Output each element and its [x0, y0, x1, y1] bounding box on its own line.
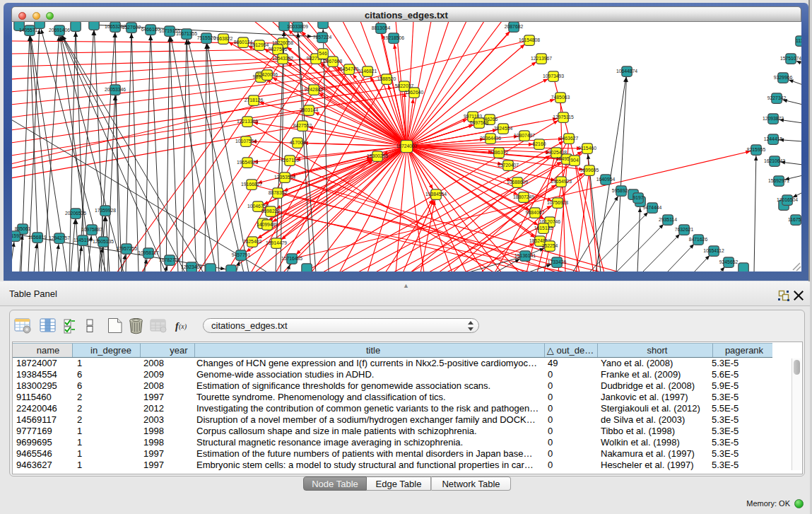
svg-text:1527602: 1527602	[122, 25, 141, 30]
svg-text:1588520: 1588520	[377, 76, 396, 81]
svg-text:20364436: 20364436	[480, 136, 501, 141]
svg-text:7625402: 7625402	[243, 239, 262, 244]
svg-text:14099489: 14099489	[257, 222, 278, 227]
svg-text:9245652: 9245652	[719, 259, 739, 264]
svg-text:12213967: 12213967	[531, 56, 552, 61]
svg-text:8454749: 8454749	[340, 66, 359, 71]
svg-text:(x): (x)	[179, 322, 187, 331]
svg-text:19654923: 19654923	[551, 179, 572, 184]
svg-text:17359928: 17359928	[95, 208, 116, 213]
svg-text:1733426: 1733426	[548, 259, 567, 264]
svg-text:22420046: 22420046	[257, 72, 278, 77]
svg-text:10671355: 10671355	[176, 31, 197, 36]
svg-text:19166827: 19166827	[241, 182, 262, 187]
svg-text:15692971: 15692971	[768, 178, 789, 183]
svg-text:10807487: 10807487	[514, 133, 535, 138]
svg-text:10654112: 10654112	[703, 248, 724, 253]
svg-text:7386372: 7386372	[490, 150, 509, 155]
svg-text:10543382: 10543382	[272, 56, 293, 61]
svg-text:7632621: 7632621	[675, 227, 694, 232]
svg-text:3915911: 3915911	[12, 233, 24, 238]
svg-text:9699695: 9699695	[580, 168, 599, 173]
svg-text:19218506: 19218506	[383, 35, 404, 40]
svg-text:17957255: 17957255	[116, 246, 137, 251]
svg-text:16914479: 16914479	[266, 240, 287, 245]
svg-text:1640954: 1640954	[596, 177, 616, 182]
svg-text:6466160: 6466160	[141, 27, 160, 32]
svg-text:546: 546	[319, 51, 327, 56]
svg-text:9827506: 9827506	[269, 47, 288, 52]
svg-text:19384554: 19384554	[425, 192, 447, 197]
svg-text:4267110: 4267110	[281, 158, 299, 163]
svg-text:10644874: 10644874	[616, 69, 637, 74]
svg-text:3824554: 3824554	[494, 126, 513, 131]
svg-text:1244415: 1244415	[764, 136, 783, 141]
svg-text:9146821: 9146821	[358, 69, 377, 74]
svg-text:8427552: 8427552	[293, 123, 312, 128]
svg-text:2803144: 2803144	[300, 107, 319, 112]
svg-text:12213369: 12213369	[237, 119, 258, 124]
svg-text:12353594: 12353594	[274, 175, 295, 180]
svg-text:9242845: 9242845	[305, 87, 324, 92]
svg-text:9329966: 9329966	[774, 75, 793, 80]
svg-text:8471626: 8471626	[689, 237, 708, 242]
svg-text:835061: 835061	[15, 226, 31, 231]
svg-text:10958117: 10958117	[138, 250, 159, 255]
svg-text:1156819: 1156819	[28, 235, 47, 240]
svg-text:9197: 9197	[632, 195, 643, 200]
svg-text:17016504: 17016504	[777, 197, 798, 202]
svg-text:8698222: 8698222	[261, 209, 281, 214]
svg-text:15720407: 15720407	[498, 163, 519, 168]
svg-text:12093872: 12093872	[763, 116, 784, 121]
svg-text:12975115: 12975115	[553, 115, 574, 119]
svg-text:6497568: 6497568	[470, 120, 489, 125]
svg-text:1362640: 1362640	[405, 90, 424, 95]
svg-text:7485063: 7485063	[551, 95, 570, 100]
svg-text:12923468: 12923468	[181, 264, 202, 269]
svg-text:8215955: 8215955	[747, 147, 766, 152]
svg-text:15751074: 15751074	[780, 56, 801, 61]
svg-text:10973493: 10973493	[543, 74, 564, 78]
svg-text:16154808: 16154808	[519, 37, 540, 42]
svg-text:10756928: 10756928	[547, 200, 568, 205]
svg-text:20691406: 20691406	[49, 28, 70, 33]
svg-text:7857224: 7857224	[313, 35, 332, 40]
svg-text:8912954: 8912954	[250, 42, 269, 47]
svg-text:2087682: 2087682	[505, 24, 524, 29]
svg-text:16782759: 16782759	[159, 257, 180, 262]
svg-text:2718126: 2718126	[245, 98, 264, 103]
svg-text:15136141: 15136141	[514, 253, 536, 258]
svg-text:18300295: 18300295	[367, 153, 388, 158]
svg-text:7515526: 7515526	[197, 35, 216, 40]
svg-text:8813054: 8813054	[372, 25, 391, 30]
svg-text:252254: 252254	[542, 243, 558, 248]
svg-text:9115460: 9115460	[578, 146, 596, 151]
svg-text:16033809: 16033809	[287, 24, 308, 29]
svg-text:1145194: 1145194	[73, 238, 92, 243]
svg-text:15716485: 15716485	[281, 256, 302, 261]
svg-text:62160: 62160	[533, 141, 546, 146]
svg-text:9884067: 9884067	[526, 210, 545, 215]
svg-text:18807249: 18807249	[513, 194, 534, 199]
svg-text:10107554: 10107554	[235, 139, 257, 144]
svg-text:2067608: 2067608	[324, 59, 343, 64]
svg-text:12505135: 12505135	[93, 239, 114, 244]
svg-text:19654923: 19654923	[237, 160, 258, 165]
svg-text:18724007: 18724007	[396, 144, 417, 148]
svg-text:9457791: 9457791	[232, 252, 251, 257]
svg-text:7663822: 7663822	[214, 36, 233, 41]
svg-text:12942757: 12942757	[49, 235, 70, 240]
svg-text:1117: 1117	[796, 38, 801, 43]
svg-text:16210643: 16210643	[764, 158, 785, 163]
svg-text:2935114: 2935114	[659, 217, 677, 222]
svg-text:904: 904	[570, 158, 579, 163]
svg-text:8878352: 8878352	[269, 190, 288, 195]
svg-text:10688609: 10688609	[507, 180, 528, 185]
svg-text:10975887: 10975887	[81, 227, 102, 232]
svg-text:20206535: 20206535	[65, 211, 86, 216]
svg-text:1615132: 1615132	[534, 226, 553, 230]
svg-text:9227342: 9227342	[767, 95, 787, 100]
svg-text:116753: 116753	[788, 217, 801, 222]
svg-text:417004: 417004	[290, 140, 306, 145]
svg-text:20053346: 20053346	[105, 87, 126, 92]
